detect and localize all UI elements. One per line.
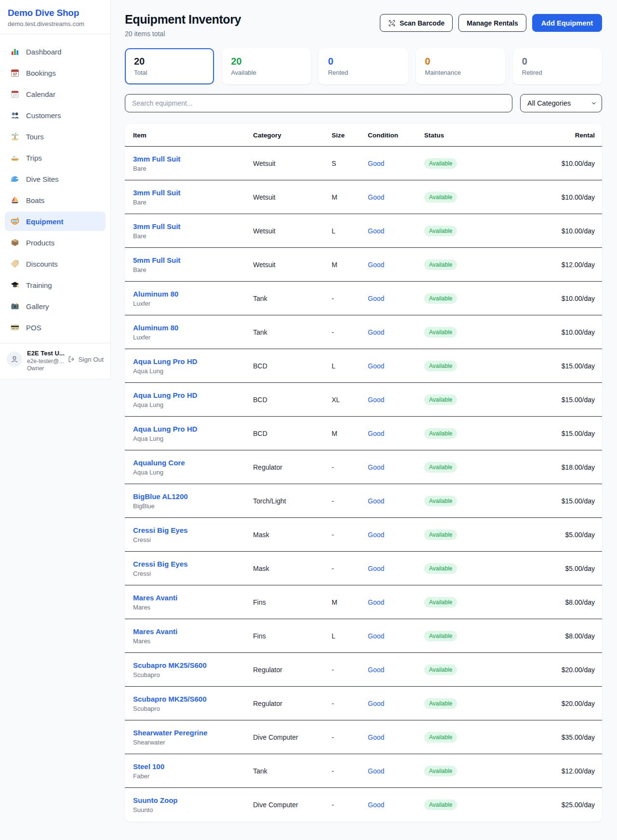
condition-link[interactable]: Good [368,700,424,707]
stat-card-rented[interactable]: 0 Rented [319,48,408,84]
stat-card-retired[interactable]: 0 Retired [513,48,602,84]
user-section: E2E Test U... e2e-tester@... Owner Sign … [0,343,110,379]
item-name-link[interactable]: Steel 100 [133,762,253,771]
item-name-link[interactable]: 5mm Full Suit [133,256,253,264]
item-name-link[interactable]: 3mm Full Suit [133,189,253,197]
products-icon [10,238,20,247]
status-cell: Available [424,158,562,169]
table-row-steel-100: Steel 100 Faber Tank - Good Available $1… [125,754,602,788]
item-name-link[interactable]: Aqua Lung Pro HD [133,391,253,399]
scan-barcode-button[interactable]: Scan Barcode [380,14,453,32]
item-name-link[interactable]: Mares Avanti [133,627,253,636]
logout-icon [67,355,75,363]
status-badge: Available [424,766,457,776]
condition-link[interactable]: Good [368,666,424,674]
item-name-link[interactable]: Suunto Zoop [133,796,253,804]
condition-link[interactable]: Good [368,295,424,302]
item-name-link[interactable]: BigBlue AL1200 [133,492,253,501]
condition-link[interactable]: Good [368,396,424,404]
item-name-link[interactable]: Cressi Big Eyes [133,560,253,568]
item-name-link[interactable]: Scubapro MK25/S600 [133,695,253,703]
table-row-5mm-full-suit: 5mm Full Suit Bare Wetsuit M Good Availa… [125,248,602,282]
rental-cell: $18.00/day [562,463,595,471]
item-brand: Bare [133,232,253,240]
status-badge: Available [424,799,457,810]
category-cell: Tank [253,295,332,302]
item-brand: Aqua Lung [133,367,253,375]
category-cell: Mask [253,531,332,539]
sidebar-item-discounts[interactable]: Discounts [5,254,106,273]
sidebar-item-calendar[interactable]: Calendar [5,84,106,104]
item-brand: Suunto [133,806,253,813]
condition-link[interactable]: Good [368,160,424,167]
search-input[interactable] [125,94,512,112]
size-cell: L [332,227,368,235]
status-cell: Available [424,496,562,506]
item-name-link[interactable]: Aqualung Core [133,459,253,467]
sidebar-item-pos[interactable]: POS [5,318,106,337]
condition-link[interactable]: Good [368,801,424,809]
add-equipment-button[interactable]: Add Equipment [532,14,602,32]
item-name-link[interactable]: Aluminum 80 [133,324,253,332]
category-cell: Regulator [253,666,332,674]
category-select-wrap: All Categories [520,94,602,112]
item-name-link[interactable]: 3mm Full Suit [133,222,253,230]
sidebar-item-products[interactable]: Products [5,233,106,252]
sidebar-item-label: Gallery [26,302,49,311]
item-name-link[interactable]: Mares Avanti [133,594,253,602]
status-badge: Available [424,192,457,203]
condition-link[interactable]: Good [368,767,424,775]
category-filter-select[interactable]: All Categories [520,94,602,112]
stat-card-available[interactable]: 20 Available [222,48,311,84]
item-name-link[interactable]: Aluminum 80 [133,290,253,298]
condition-link[interactable]: Good [368,227,424,235]
condition-link[interactable]: Good [368,193,424,201]
item-name-link[interactable]: Aqua Lung Pro HD [133,357,253,366]
brand: Demo Dive Shop demo.test.divestreams.com [0,0,110,34]
sidebar-nav: Dashboard Bookings Calendar Customers To… [0,34,110,343]
condition-link[interactable]: Good [368,565,424,572]
item-cell: Cressi Big Eyes Cressi [133,526,253,543]
item-cell: Aluminum 80 Luxfer [133,290,253,307]
sidebar: Demo Dive Shop demo.test.divestreams.com… [0,0,111,379]
condition-link[interactable]: Good [368,261,424,269]
sidebar-item-trips[interactable]: Trips [5,148,106,167]
item-name-link[interactable]: Aqua Lung Pro HD [133,425,253,433]
item-name-link[interactable]: 3mm Full Suit [133,155,253,163]
condition-link[interactable]: Good [368,362,424,370]
user-email: e2e-tester@... [27,358,63,365]
manage-rentals-button[interactable]: Manage Rentals [458,14,526,32]
condition-link[interactable]: Good [368,598,424,606]
sidebar-item-equipment[interactable]: Equipment [5,212,106,231]
table-row-shearwater-peregrine: Shearwater Peregrine Shearwater Dive Com… [125,720,602,754]
condition-link[interactable]: Good [368,497,424,505]
sidebar-item-dive-sites[interactable]: Dive Sites [5,169,106,189]
item-cell: Mares Avanti Mares [133,594,253,611]
category-cell: Wetsuit [253,261,332,269]
status-cell: Available [424,394,562,405]
sidebar-item-tours[interactable]: Tours [5,127,106,146]
condition-link[interactable]: Good [368,430,424,437]
condition-link[interactable]: Good [368,632,424,640]
item-name-link[interactable]: Cressi Big Eyes [133,526,253,534]
condition-link[interactable]: Good [368,531,424,539]
sidebar-item-label: Customers [26,111,61,120]
rental-cell: $20.00/day [562,666,595,674]
sidebar-item-gallery[interactable]: Gallery [5,297,106,316]
condition-link[interactable]: Good [368,733,424,741]
condition-link[interactable]: Good [368,463,424,471]
stat-card-total[interactable]: 20 Total [125,48,214,84]
stat-card-maintenance[interactable]: 0 Maintenance [416,48,505,84]
sidebar-item-training[interactable]: Training [5,275,106,295]
sidebar-item-dashboard[interactable]: Dashboard [5,42,106,61]
condition-link[interactable]: Good [368,328,424,336]
sidebar-item-bookings[interactable]: Bookings [5,63,106,82]
sidebar-item-customers[interactable]: Customers [5,106,106,125]
sidebar-item-boats[interactable]: Boats [5,190,106,210]
sidebar-item-label: Products [26,239,54,247]
item-brand: Aqua Lung [133,435,253,442]
item-name-link[interactable]: Scubapro MK25/S600 [133,661,253,669]
sidebar-item-label: Equipment [26,217,64,226]
item-name-link[interactable]: Shearwater Peregrine [133,729,253,737]
sign-out-button[interactable]: Sign Out [67,355,104,363]
